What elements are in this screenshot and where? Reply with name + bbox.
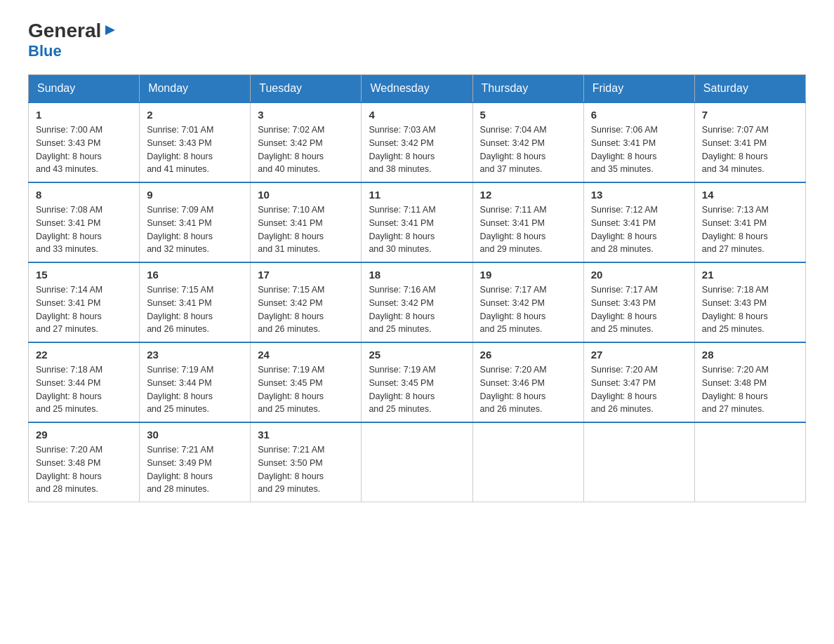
day-number: 26: [480, 349, 576, 361]
calendar-cell: 10 Sunrise: 7:10 AM Sunset: 3:41 PM Dayl…: [251, 182, 362, 262]
day-info: Sunrise: 7:20 AM Sunset: 3:48 PM Dayligh…: [36, 443, 132, 496]
page-header: General Blue: [28, 21, 806, 60]
day-number: 27: [591, 349, 687, 361]
day-info: Sunrise: 7:03 AM Sunset: 3:42 PM Dayligh…: [369, 123, 465, 176]
calendar-cell: 1 Sunrise: 7:00 AM Sunset: 3:43 PM Dayli…: [29, 102, 140, 182]
calendar-cell: 25 Sunrise: 7:19 AM Sunset: 3:45 PM Dayl…: [362, 342, 472, 422]
day-info: Sunrise: 7:11 AM Sunset: 3:41 PM Dayligh…: [369, 203, 465, 256]
day-number: 19: [480, 269, 576, 281]
day-info: Sunrise: 7:12 AM Sunset: 3:41 PM Dayligh…: [591, 203, 687, 256]
day-number: 17: [258, 269, 354, 281]
calendar-cell: 17 Sunrise: 7:15 AM Sunset: 3:42 PM Dayl…: [251, 262, 362, 342]
day-info: Sunrise: 7:18 AM Sunset: 3:43 PM Dayligh…: [702, 283, 798, 336]
calendar-cell: 22 Sunrise: 7:18 AM Sunset: 3:44 PM Dayl…: [29, 342, 140, 422]
day-info: Sunrise: 7:15 AM Sunset: 3:42 PM Dayligh…: [258, 283, 354, 336]
day-number: 5: [480, 109, 576, 121]
day-info: Sunrise: 7:20 AM Sunset: 3:48 PM Dayligh…: [702, 363, 798, 416]
calendar-cell: [472, 422, 583, 502]
day-info: Sunrise: 7:17 AM Sunset: 3:43 PM Dayligh…: [591, 283, 687, 336]
calendar-cell: 15 Sunrise: 7:14 AM Sunset: 3:41 PM Dayl…: [29, 262, 140, 342]
day-info: Sunrise: 7:21 AM Sunset: 3:50 PM Dayligh…: [258, 443, 354, 496]
day-number: 22: [36, 349, 132, 361]
calendar-cell: 26 Sunrise: 7:20 AM Sunset: 3:46 PM Dayl…: [472, 342, 583, 422]
day-info: Sunrise: 7:19 AM Sunset: 3:45 PM Dayligh…: [369, 363, 465, 416]
calendar-cell: 24 Sunrise: 7:19 AM Sunset: 3:45 PM Dayl…: [251, 342, 362, 422]
weekday-header-wednesday: Wednesday: [362, 75, 472, 103]
weekday-header-sunday: Sunday: [29, 75, 140, 103]
calendar-week-row: 8 Sunrise: 7:08 AM Sunset: 3:41 PM Dayli…: [29, 182, 806, 262]
weekday-header-thursday: Thursday: [472, 75, 583, 103]
calendar-cell: 20 Sunrise: 7:17 AM Sunset: 3:43 PM Dayl…: [583, 262, 694, 342]
calendar-week-row: 15 Sunrise: 7:14 AM Sunset: 3:41 PM Dayl…: [29, 262, 806, 342]
calendar-cell: [583, 422, 694, 502]
weekday-header-friday: Friday: [583, 75, 694, 103]
day-info: Sunrise: 7:15 AM Sunset: 3:41 PM Dayligh…: [147, 283, 243, 336]
day-number: 30: [147, 429, 243, 441]
calendar-cell: 28 Sunrise: 7:20 AM Sunset: 3:48 PM Dayl…: [694, 342, 805, 422]
calendar-cell: 4 Sunrise: 7:03 AM Sunset: 3:42 PM Dayli…: [362, 102, 472, 182]
calendar-cell: 18 Sunrise: 7:16 AM Sunset: 3:42 PM Dayl…: [362, 262, 472, 342]
day-number: 28: [702, 349, 798, 361]
calendar-cell: 8 Sunrise: 7:08 AM Sunset: 3:41 PM Dayli…: [29, 182, 140, 262]
calendar-cell: 9 Sunrise: 7:09 AM Sunset: 3:41 PM Dayli…: [140, 182, 251, 262]
calendar-cell: 3 Sunrise: 7:02 AM Sunset: 3:42 PM Dayli…: [251, 102, 362, 182]
calendar-cell: 19 Sunrise: 7:17 AM Sunset: 3:42 PM Dayl…: [472, 262, 583, 342]
day-number: 13: [591, 189, 687, 201]
calendar-week-row: 1 Sunrise: 7:00 AM Sunset: 3:43 PM Dayli…: [29, 102, 806, 182]
day-info: Sunrise: 7:00 AM Sunset: 3:43 PM Dayligh…: [36, 123, 132, 176]
calendar-cell: 30 Sunrise: 7:21 AM Sunset: 3:49 PM Dayl…: [140, 422, 251, 502]
day-number: 15: [36, 269, 132, 281]
day-info: Sunrise: 7:14 AM Sunset: 3:41 PM Dayligh…: [36, 283, 132, 336]
calendar-week-row: 22 Sunrise: 7:18 AM Sunset: 3:44 PM Dayl…: [29, 342, 806, 422]
day-info: Sunrise: 7:07 AM Sunset: 3:41 PM Dayligh…: [702, 123, 798, 176]
day-number: 20: [591, 269, 687, 281]
day-number: 12: [480, 189, 576, 201]
svg-marker-0: [105, 25, 115, 35]
calendar-cell: 13 Sunrise: 7:12 AM Sunset: 3:41 PM Dayl…: [583, 182, 694, 262]
calendar-cell: 23 Sunrise: 7:19 AM Sunset: 3:44 PM Dayl…: [140, 342, 251, 422]
calendar-cell: 12 Sunrise: 7:11 AM Sunset: 3:41 PM Dayl…: [472, 182, 583, 262]
day-number: 18: [369, 269, 465, 281]
calendar-cell: 5 Sunrise: 7:04 AM Sunset: 3:42 PM Dayli…: [472, 102, 583, 182]
logo-triangle-icon: [102, 22, 118, 38]
day-number: 29: [36, 429, 132, 441]
calendar-cell: [694, 422, 805, 502]
day-number: 16: [147, 269, 243, 281]
calendar-cell: 29 Sunrise: 7:20 AM Sunset: 3:48 PM Dayl…: [29, 422, 140, 502]
day-number: 24: [258, 349, 354, 361]
day-number: 14: [702, 189, 798, 201]
day-info: Sunrise: 7:21 AM Sunset: 3:49 PM Dayligh…: [147, 443, 243, 496]
day-info: Sunrise: 7:20 AM Sunset: 3:47 PM Dayligh…: [591, 363, 687, 416]
day-info: Sunrise: 7:01 AM Sunset: 3:43 PM Dayligh…: [147, 123, 243, 176]
day-info: Sunrise: 7:02 AM Sunset: 3:42 PM Dayligh…: [258, 123, 354, 176]
day-number: 7: [702, 109, 798, 121]
calendar-cell: 11 Sunrise: 7:11 AM Sunset: 3:41 PM Dayl…: [362, 182, 472, 262]
calendar-cell: 21 Sunrise: 7:18 AM Sunset: 3:43 PM Dayl…: [694, 262, 805, 342]
calendar-cell: 16 Sunrise: 7:15 AM Sunset: 3:41 PM Dayl…: [140, 262, 251, 342]
weekday-header-monday: Monday: [140, 75, 251, 103]
day-info: Sunrise: 7:13 AM Sunset: 3:41 PM Dayligh…: [702, 203, 798, 256]
day-number: 11: [369, 189, 465, 201]
day-info: Sunrise: 7:19 AM Sunset: 3:45 PM Dayligh…: [258, 363, 354, 416]
day-info: Sunrise: 7:11 AM Sunset: 3:41 PM Dayligh…: [480, 203, 576, 256]
day-number: 4: [369, 109, 465, 121]
weekday-header-saturday: Saturday: [694, 75, 805, 103]
calendar-cell: 14 Sunrise: 7:13 AM Sunset: 3:41 PM Dayl…: [694, 182, 805, 262]
calendar-table: SundayMondayTuesdayWednesdayThursdayFrid…: [28, 74, 806, 502]
day-info: Sunrise: 7:06 AM Sunset: 3:41 PM Dayligh…: [591, 123, 687, 176]
weekday-header-tuesday: Tuesday: [251, 75, 362, 103]
calendar-cell: 27 Sunrise: 7:20 AM Sunset: 3:47 PM Dayl…: [583, 342, 694, 422]
calendar-cell: 6 Sunrise: 7:06 AM Sunset: 3:41 PM Dayli…: [583, 102, 694, 182]
day-number: 8: [36, 189, 132, 201]
calendar-cell: 31 Sunrise: 7:21 AM Sunset: 3:50 PM Dayl…: [251, 422, 362, 502]
day-number: 25: [369, 349, 465, 361]
day-number: 3: [258, 109, 354, 121]
day-number: 10: [258, 189, 354, 201]
day-info: Sunrise: 7:10 AM Sunset: 3:41 PM Dayligh…: [258, 203, 354, 256]
day-number: 6: [591, 109, 687, 121]
calendar-header-row: SundayMondayTuesdayWednesdayThursdayFrid…: [29, 75, 806, 103]
day-number: 1: [36, 109, 132, 121]
day-number: 31: [258, 429, 354, 441]
day-number: 2: [147, 109, 243, 121]
calendar-cell: [362, 422, 472, 502]
